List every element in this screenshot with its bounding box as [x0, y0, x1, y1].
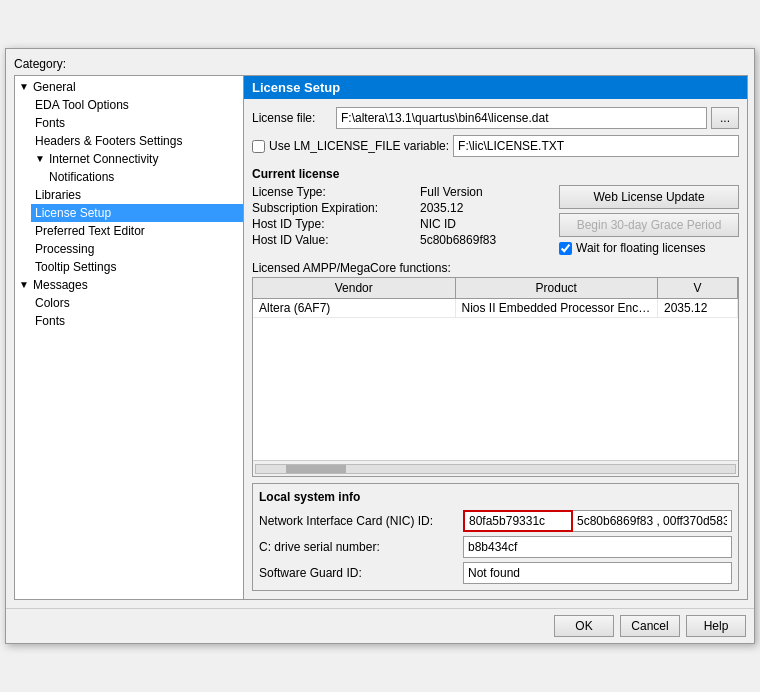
- sidebar-tree: ▼ General EDA Tool Options Fonts Headers…: [14, 75, 244, 600]
- sidebar-item-internet-connectivity[interactable]: ▼ Internet Connectivity: [31, 150, 243, 168]
- sidebar-item-tooltip-settings[interactable]: Tooltip Settings: [31, 258, 243, 276]
- sidebar-item-license-setup[interactable]: License Setup: [31, 204, 243, 222]
- scrollbar-thumb[interactable]: [286, 465, 346, 473]
- sidebar-item-headers-footers[interactable]: Headers & Footers Settings: [31, 132, 243, 150]
- lm-license-checkbox[interactable]: [252, 140, 265, 153]
- dialog-footer: OK Cancel Help: [6, 608, 754, 643]
- cell-vendor: Altera (6AF7): [253, 299, 456, 317]
- tree-group-messages: ▼ Messages Colors Fonts: [15, 276, 243, 330]
- license-file-row: License file: ...: [252, 107, 739, 129]
- table-body: Altera (6AF7) Nios II Embedded Processor…: [253, 299, 738, 460]
- sidebar-item-processing[interactable]: Processing: [31, 240, 243, 258]
- table-scrollbar[interactable]: [253, 460, 738, 476]
- software-guard-row: Software Guard ID:: [259, 562, 732, 584]
- col-product: Product: [456, 278, 659, 298]
- table-header: Vendor Product V: [253, 278, 738, 299]
- cell-version: 2035.12: [658, 299, 738, 317]
- drive-serial-input[interactable]: [463, 536, 732, 558]
- grace-period-button[interactable]: Begin 30-day Grace Period: [559, 213, 739, 237]
- nic-label: Network Interface Card (NIC) ID:: [259, 514, 459, 528]
- expander-messages: ▼: [19, 280, 33, 290]
- sidebar-item-fonts[interactable]: Fonts: [31, 114, 243, 132]
- sidebar-item-messages[interactable]: ▼ Messages: [15, 276, 243, 294]
- host-id-value-label: Host ID Value:: [252, 233, 412, 247]
- software-guard-input[interactable]: [463, 562, 732, 584]
- wait-floating-row: Wait for floating licenses: [559, 241, 739, 255]
- sidebar-item-general[interactable]: ▼ General: [15, 78, 243, 96]
- nic-row: Network Interface Card (NIC) ID:: [259, 510, 732, 532]
- web-license-update-button[interactable]: Web License Update: [559, 185, 739, 209]
- lm-license-input[interactable]: [453, 135, 739, 157]
- license-type-label: License Type:: [252, 185, 412, 199]
- cell-product: Nios II Embedded Processor Encrypte...: [456, 299, 659, 317]
- host-id-value: 5c80b6869f83: [420, 233, 551, 247]
- wait-floating-checkbox[interactable]: [559, 242, 572, 255]
- sidebar-item-preferred-text-editor[interactable]: Preferred Text Editor: [31, 222, 243, 240]
- expander-internet: ▼: [35, 154, 49, 164]
- sidebar-item-libraries[interactable]: Libraries: [31, 186, 243, 204]
- col-vendor: Vendor: [253, 278, 456, 298]
- tree-group-internet: ▼ Internet Connectivity Notifications: [31, 150, 243, 186]
- sidebar-item-fonts2[interactable]: Fonts: [31, 312, 243, 330]
- nic-value-highlight[interactable]: [463, 510, 573, 532]
- current-license-section: Current license License Type: Full Versi…: [252, 163, 739, 255]
- sidebar-item-notifications[interactable]: Notifications: [45, 168, 243, 186]
- sidebar-item-eda-tool-options[interactable]: EDA Tool Options: [31, 96, 243, 114]
- ok-button[interactable]: OK: [554, 615, 614, 637]
- help-button[interactable]: Help: [686, 615, 746, 637]
- local-info-section: Local system info Network Interface Card…: [252, 483, 739, 591]
- tree-group-general: ▼ General EDA Tool Options Fonts Headers…: [15, 78, 243, 276]
- right-panel: License Setup License file: ... Use LM_L…: [244, 75, 748, 600]
- scrollbar-track[interactable]: [255, 464, 736, 474]
- expander-general: ▼: [19, 82, 33, 92]
- panel-title: License Setup: [244, 76, 747, 99]
- license-file-label: License file:: [252, 111, 332, 125]
- table-row[interactable]: Altera (6AF7) Nios II Embedded Processor…: [253, 299, 738, 318]
- drive-serial-label: C: drive serial number:: [259, 540, 459, 554]
- subscription-label: Subscription Expiration:: [252, 201, 412, 215]
- host-id-type-label: Host ID Type:: [252, 217, 412, 231]
- lm-license-label: Use LM_LICENSE_FILE variable:: [269, 139, 449, 153]
- ampp-label: Licensed AMPP/MegaCore functions:: [252, 261, 739, 275]
- category-label: Category:: [14, 57, 746, 71]
- software-guard-label: Software Guard ID:: [259, 566, 459, 580]
- host-id-type-value: NIC ID: [420, 217, 551, 231]
- local-info-title: Local system info: [259, 490, 732, 504]
- current-license-title: Current license: [252, 167, 739, 181]
- wait-floating-label: Wait for floating licenses: [576, 241, 706, 255]
- license-type-value: Full Version: [420, 185, 551, 199]
- browse-button[interactable]: ...: [711, 107, 739, 129]
- sidebar-item-colors[interactable]: Colors: [31, 294, 243, 312]
- license-file-input[interactable]: [336, 107, 707, 129]
- subscription-value: 2035.12: [420, 201, 551, 215]
- ampp-section: Licensed AMPP/MegaCore functions: Vendor…: [252, 261, 739, 477]
- ampp-table: Vendor Product V Altera (6AF7) Nios II E…: [252, 277, 739, 477]
- nic-value-rest[interactable]: [573, 510, 732, 532]
- col-version: V: [658, 278, 738, 298]
- sidebar-item-general-label: General: [33, 80, 76, 94]
- main-dialog: Category: ▼ General EDA Tool Options Fo: [5, 48, 755, 644]
- lm-license-row: Use LM_LICENSE_FILE variable:: [252, 135, 739, 157]
- cancel-button[interactable]: Cancel: [620, 615, 680, 637]
- drive-serial-row: C: drive serial number:: [259, 536, 732, 558]
